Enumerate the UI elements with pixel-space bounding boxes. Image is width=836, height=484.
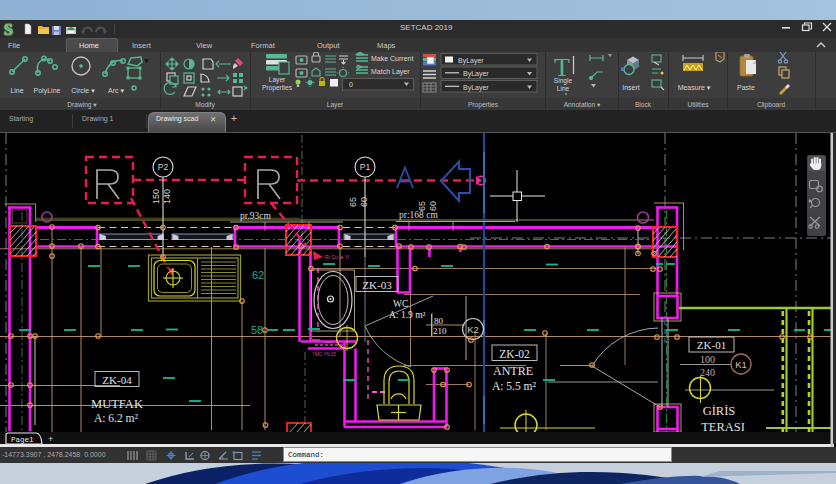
- svg-text:Arc ▾: Arc ▾: [108, 87, 124, 94]
- svg-text:Layer: Layer: [327, 101, 344, 109]
- svg-text:pr.93cm: pr.93cm: [240, 211, 271, 221]
- svg-text:0: 0: [349, 81, 353, 88]
- svg-text:A: 1.9 m²: A: 1.9 m²: [389, 310, 426, 320]
- svg-text:K1: K1: [735, 359, 747, 370]
- svg-text:240: 240: [700, 367, 715, 378]
- svg-text:Modify: Modify: [195, 101, 215, 109]
- svg-text:ZK-04: ZK-04: [102, 374, 132, 386]
- svg-text:Make Current: Make Current: [371, 55, 413, 62]
- svg-text:60: 60: [359, 197, 369, 207]
- svg-text:pr:168 cm: pr:168 cm: [399, 210, 438, 220]
- svg-text:+: +: [48, 434, 53, 444]
- svg-text:Annotation ▾: Annotation ▾: [564, 101, 601, 108]
- svg-text:P2: P2: [158, 162, 169, 172]
- svg-text:Line: Line: [557, 85, 570, 92]
- svg-text:ByLayer: ByLayer: [458, 57, 484, 65]
- svg-text:Clipboard: Clipboard: [757, 101, 786, 109]
- svg-text:GİRİS: GİRİS: [703, 404, 736, 418]
- svg-text:Page1: Page1: [11, 436, 34, 444]
- svg-text:62: 62: [252, 269, 264, 281]
- svg-text:P1: P1: [360, 162, 371, 172]
- svg-text:A: 6.2 m²: A: 6.2 m²: [94, 412, 139, 424]
- svg-text:Line: Line: [10, 87, 23, 94]
- svg-text:Circle ▾: Circle ▾: [71, 87, 95, 94]
- svg-text:Match Layer: Match Layer: [371, 68, 410, 76]
- svg-text:K2: K2: [467, 324, 479, 335]
- svg-text:ANTRE: ANTRE: [493, 364, 533, 378]
- svg-text:ZK-01: ZK-01: [697, 339, 726, 351]
- svg-text:ZK-02: ZK-02: [499, 348, 530, 360]
- svg-text:80: 80: [434, 316, 444, 326]
- svg-text:ByLayer: ByLayer: [463, 70, 489, 78]
- svg-text:65: 65: [348, 197, 358, 207]
- svg-text:Measure ▾: Measure ▾: [678, 84, 711, 91]
- svg-text:YMC YN 15: YMC YN 15: [312, 352, 336, 357]
- svg-text:A: 5.5 m²: A: 5.5 m²: [492, 380, 537, 392]
- svg-text:Block: Block: [635, 101, 652, 108]
- svg-text:WC: WC: [393, 299, 408, 309]
- svg-text:100: 100: [700, 354, 715, 365]
- svg-text:Utilities: Utilities: [687, 101, 709, 108]
- svg-text:58: 58: [251, 324, 263, 336]
- svg-text:Properties: Properties: [468, 101, 499, 109]
- svg-text:PolyLine: PolyLine: [34, 87, 61, 95]
- svg-text:Insert: Insert: [622, 84, 640, 91]
- svg-text:ZK-03: ZK-03: [362, 279, 392, 291]
- svg-text:140: 140: [162, 189, 172, 204]
- svg-text:150: 150: [151, 189, 161, 204]
- svg-text:Properties: Properties: [262, 84, 293, 92]
- svg-text:Paste: Paste: [737, 84, 755, 91]
- svg-text:MUTFAK: MUTFAK: [91, 397, 143, 411]
- svg-text:ByLayer: ByLayer: [463, 84, 489, 92]
- svg-text:Rı Çu ⊕ Yİ: Rı Çu ⊕ Yİ: [325, 254, 349, 260]
- svg-text:210: 210: [433, 326, 447, 336]
- svg-text:TERASI: TERASI: [701, 420, 745, 434]
- svg-text:Drawing ▾: Drawing ▾: [67, 101, 97, 109]
